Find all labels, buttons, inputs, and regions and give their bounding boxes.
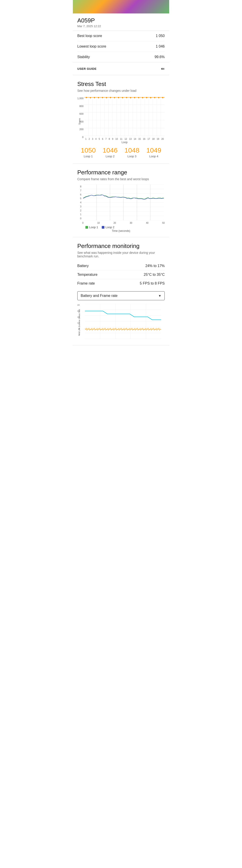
loop-4-value: 1049 xyxy=(146,147,161,154)
loop-1-value: 1050 xyxy=(81,147,96,154)
svg-point-27 xyxy=(85,97,87,98)
temperature-value: 25°C to 35°C xyxy=(144,273,165,277)
y-axis-800: 800 xyxy=(79,105,83,107)
legend-loop1-label: Loop 1 xyxy=(89,225,98,229)
device-date: Mar 7, 2025 12:22 xyxy=(77,25,165,28)
svg-point-44 xyxy=(154,97,155,98)
x-17: 17 xyxy=(147,138,150,140)
frame-rate-row: Frame rate 5 FPS to 8 FPS xyxy=(77,279,165,288)
header-section: A059P Mar 7, 2025 12:22 xyxy=(73,13,169,31)
svg-point-28 xyxy=(90,97,91,98)
svg-point-39 xyxy=(134,97,135,98)
bc-y-16: 16 xyxy=(77,316,79,318)
stress-test-subtitle: See how performance changes under load xyxy=(77,89,165,92)
svg-point-34 xyxy=(114,97,115,98)
bc-y-4: 4 xyxy=(78,334,79,336)
temperature-label: Temperature xyxy=(77,273,98,277)
user-guide-label: USER GUIDE xyxy=(77,67,97,70)
battery-framerate-chart xyxy=(81,304,165,340)
x-4: 4 xyxy=(95,138,97,140)
x-5: 5 xyxy=(99,138,100,140)
svg-point-33 xyxy=(110,97,111,98)
perf-range-subtitle: Compare frame rates from the best and wo… xyxy=(77,177,165,181)
best-loop-label: Best loop score xyxy=(77,34,102,38)
battery-label: Battery xyxy=(77,264,89,268)
x-19: 19 xyxy=(157,138,159,140)
fr-x-30: 30 xyxy=(130,222,132,224)
legend-loop1: Loop 1 xyxy=(85,225,98,229)
x-7: 7 xyxy=(105,138,107,140)
legend: Loop 1 Loop 2 xyxy=(85,225,165,229)
perf-mon-title: Performance monitoring xyxy=(77,243,165,250)
share-icon[interactable]: ⇚ xyxy=(161,66,165,71)
bc-y-12: 12 xyxy=(77,322,79,324)
fr-y-0: 0 xyxy=(80,217,81,220)
fr-y-7: 7 xyxy=(80,189,81,192)
loop-3-value: 1048 xyxy=(124,147,139,154)
loop-2-label: Loop 2 xyxy=(103,155,118,158)
frame-rate-value: 5 FPS to 8 FPS xyxy=(140,281,165,285)
y-axis-0: 0 xyxy=(82,136,83,138)
y-axis-600: 600 xyxy=(79,113,83,115)
user-guide-row[interactable]: USER GUIDE ⇚ xyxy=(73,62,169,75)
svg-point-40 xyxy=(138,97,139,98)
bc-y-24: 24 xyxy=(77,304,79,306)
fr-x-0: 0 xyxy=(82,222,83,224)
battery-value: 24% to 17% xyxy=(145,264,165,268)
x-16: 16 xyxy=(143,138,145,140)
loop-scores: 1050 Loop 1 1046 Loop 2 1048 Loop 3 1049… xyxy=(77,144,165,159)
legend-loop2-label: Loop 2 xyxy=(106,225,114,229)
svg-point-46 xyxy=(162,97,163,98)
dropdown-button[interactable]: Battery and Frame rate ▼ xyxy=(77,291,165,300)
x-1: 1 xyxy=(85,138,87,140)
loop-score-1: 1050 Loop 1 xyxy=(81,147,96,158)
x-12: 12 xyxy=(125,138,127,140)
bc-y-20: 20 xyxy=(77,310,79,312)
fr-x-40: 40 xyxy=(146,222,148,224)
hero-image xyxy=(73,0,169,13)
legend-loop1-dot xyxy=(85,226,88,229)
loop-3-label: Loop 3 xyxy=(124,155,139,158)
battery-row: Battery 24% to 17% xyxy=(77,262,165,271)
device-title: A059P xyxy=(77,17,165,24)
x-9: 9 xyxy=(112,138,113,140)
svg-point-32 xyxy=(106,97,107,98)
svg-point-38 xyxy=(130,97,131,98)
perf-mon-table: Battery 24% to 17% Temperature 25°C to 3… xyxy=(77,262,165,288)
fr-x-20: 20 xyxy=(113,222,116,224)
y-axis-1000: 1,000 xyxy=(77,97,83,100)
stress-y-label: Score xyxy=(78,118,81,125)
loop-4-label: Loop 4 xyxy=(146,155,161,158)
x-8: 8 xyxy=(109,138,110,140)
bc-y-8: 8 xyxy=(78,328,79,330)
time-axis-label: Time (seconds) xyxy=(77,229,165,232)
perf-range-chart xyxy=(82,184,165,220)
perf-mon-subtitle: See what was happening inside your devic… xyxy=(77,251,165,258)
fr-y-5: 5 xyxy=(80,197,81,200)
stress-test-section: Stress Test See how performance changes … xyxy=(73,75,169,163)
lowest-loop-row: Lowest loop score 1 046 xyxy=(77,41,165,52)
fr-y-3: 3 xyxy=(80,205,81,208)
best-loop-row: Best loop score 1 050 xyxy=(77,31,165,41)
fr-y-1: 1 xyxy=(80,213,81,216)
x-10: 10 xyxy=(115,138,118,140)
fr-x-50: 50 xyxy=(162,222,165,224)
lowest-loop-label: Lowest loop score xyxy=(77,44,106,49)
stability-row: Stability 99.6% xyxy=(77,52,165,62)
frame-rate-label: Frame rate xyxy=(77,281,95,285)
svg-point-29 xyxy=(94,97,95,98)
performance-monitoring-section: Performance monitoring See what was happ… xyxy=(73,237,169,345)
performance-range-section: Performance range Compare frame rates fr… xyxy=(73,163,169,237)
fr-y-4: 4 xyxy=(80,201,81,204)
stress-test-chart xyxy=(84,96,165,136)
y-axis-200: 200 xyxy=(79,128,83,131)
loop-score-3: 1048 Loop 3 xyxy=(124,147,139,158)
stability-value: 99.6% xyxy=(154,55,165,59)
lowest-loop-value: 1 046 xyxy=(156,44,165,49)
x-20: 20 xyxy=(161,138,164,140)
x-11: 11 xyxy=(120,138,122,140)
x-18: 18 xyxy=(152,138,154,140)
x-6: 6 xyxy=(102,138,103,140)
svg-point-36 xyxy=(122,97,123,98)
fr-y-8: 8 xyxy=(80,185,81,188)
